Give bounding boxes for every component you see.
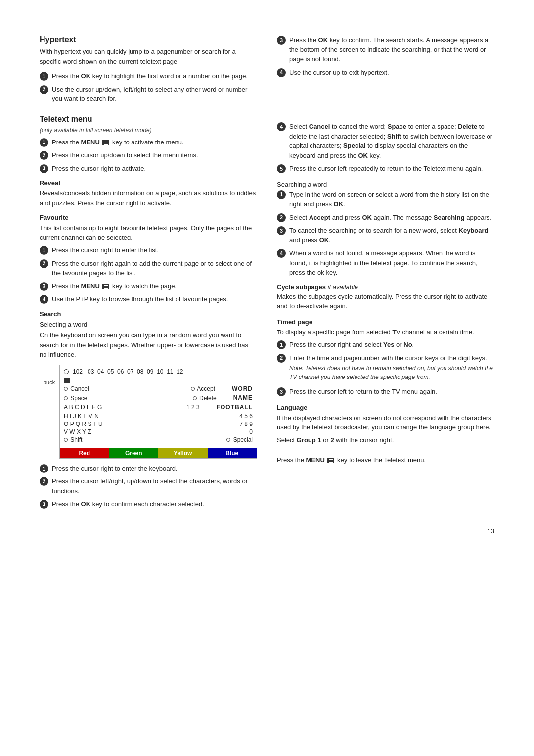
search-kb-step-1: 1 Press the cursor right to enter the ke…	[40, 464, 257, 473]
fav-step-1-text: Press the cursor right to enter the list…	[52, 245, 257, 255]
fav-step-4-text: Use the P+P key to browse through the li…	[52, 294, 257, 304]
fav-step-num-3: 3	[40, 282, 48, 291]
kb-letters-hijklmn: H I J K L M N	[64, 413, 99, 420]
kb-puck-icons	[64, 377, 253, 384]
favourite-title: Favourite	[40, 214, 257, 221]
searching-step-num-3: 3	[277, 226, 286, 235]
keyboard-diagram: puck — 102 03 04 05 06 07 08 09 10 11 12	[59, 365, 257, 459]
timed-step-3: 3 Press the cursor left to return to the…	[277, 387, 494, 397]
favourite-desc: This list contains up to eight favourite…	[40, 223, 257, 242]
timed-note: Note: Teletext does not have to remain s…	[289, 364, 494, 381]
kb-letters-vwxyz: V W X Y Z	[64, 428, 91, 435]
kb-row-letters-2: H I J K L M N 4 5 6	[64, 413, 253, 420]
search-kb-step-2-text: Press the cursor left/right, up/down to …	[52, 476, 257, 496]
search-step-5-text: Press the cursor left repeatedly to retu…	[289, 164, 494, 174]
language-title: Language	[277, 404, 494, 411]
main-content: Hypertext With hypertext you can quickly…	[40, 35, 494, 513]
kb-football: FOOTBALL	[217, 403, 253, 412]
cycle-subpages-title: Cycle subpages if available	[277, 284, 494, 291]
language-desc: If the displayed characters on screen do…	[277, 413, 494, 432]
kb-row-cancel-accept: Cancel Accept WORD	[64, 385, 253, 393]
tmenu-step-num-2: 2	[40, 151, 48, 160]
fav-step-4: 4 Use the P+P key to browse through the …	[40, 294, 257, 304]
tmenu-step-num-1: 1	[40, 138, 48, 147]
search-kb-step-3: 3 Press the OK key to confirm each chara…	[40, 499, 257, 509]
search-kb-step-num-2: 2	[40, 477, 48, 486]
step-number-2: 2	[40, 85, 48, 94]
searching-step-4-text: When a word is not found, a message appe…	[289, 248, 494, 278]
search-step-4-text: Select Cancel to cancel the word; Space …	[289, 122, 494, 160]
kb-row-letters-4: V W X Y Z 0	[64, 428, 253, 435]
search-step-num-4: 4	[277, 122, 286, 131]
search-step-5: 5 Press the cursor left repeatedly to re…	[277, 164, 494, 174]
teletext-menu-title: Teletext menu	[40, 115, 257, 124]
fav-step-3-text: Press the MENU key to watch the page.	[52, 282, 257, 291]
fav-step-1: 1 Press the cursor right to enter the li…	[40, 245, 257, 255]
kb-top-numbers: 102 03 04 05 06 07 08 09 10 11 12	[73, 368, 183, 375]
kb-letters-opqrstu: O P Q R S T U	[64, 421, 103, 427]
kb-name: NAME	[233, 394, 253, 402]
fav-step-2: 2 Press the cursor right again to add th…	[40, 259, 257, 278]
hypertext-step-4-text: Use the cursor up to exit hypertext.	[289, 68, 494, 78]
kb-num-0: 0	[249, 428, 253, 435]
top-divider	[40, 30, 494, 30]
puck-icon-row	[64, 377, 72, 384]
search-kb-step-2: 2 Press the cursor left/right, up/down t…	[40, 476, 257, 496]
page: Hypertext With hypertext you can quickly…	[0, 0, 534, 565]
searching-step-4: 4 When a word is not found, a message ap…	[277, 248, 494, 278]
reveal-title: Reveal	[40, 179, 257, 187]
search-step-num-5: 5	[277, 164, 286, 173]
kb-row-space-delete: Space Delete NAME	[64, 394, 253, 402]
kb-color-yellow: Yellow	[158, 448, 208, 458]
timed-step-num-1: 1	[277, 340, 286, 349]
kb-color-bar: Red Green Yellow Blue	[60, 448, 257, 458]
search-selecting-desc: On the keyboard on screen you can type i…	[40, 331, 257, 360]
kb-letters-abcdefg: A B C D E F G	[64, 404, 102, 411]
timed-step-2: 2 Enter the time and pagenumber with the…	[277, 353, 494, 384]
fav-step-num-2: 2	[40, 259, 48, 268]
kb-special: Special	[226, 436, 253, 443]
teletext-menu-subtitle: (only available in full screen teletext …	[40, 127, 257, 134]
kb-color-green: Green	[109, 448, 159, 458]
kb-word: WORD	[232, 385, 253, 393]
tmenu-step-1: 1 Press the MENU key to activate the men…	[40, 138, 257, 147]
cycle-subpages-desc: Makes the subpages cycle automatically. …	[277, 292, 494, 311]
tmenu-step-2-text: Press the cursor up/down to select the m…	[52, 150, 257, 160]
search-step-4: 4 Select Cancel to cancel the word; Spac…	[277, 122, 494, 160]
search-kb-step-3-text: Press the OK key to confirm each charact…	[52, 499, 257, 509]
cycle-qualifier: if available	[328, 284, 358, 291]
right-column: 3 Press the OK key to confirm. The searc…	[277, 35, 494, 513]
search-kb-step-num-3: 3	[40, 500, 48, 509]
step-number-1: 1	[40, 72, 48, 81]
fav-step-2-text: Press the cursor right again to add the …	[52, 259, 257, 278]
timed-step-2-text: Enter the time and pagenumber with the c…	[289, 353, 494, 384]
hypertext-step-1-text: Press the OK key to highlight the first …	[52, 71, 257, 81]
kb-space: Space	[64, 395, 87, 402]
searching-step-2-text: Select Accept and press OK again. The me…	[289, 213, 494, 223]
timed-step-num-2: 2	[277, 354, 286, 363]
language-menu: Press the MENU key to leave the Teletext…	[277, 455, 494, 465]
fav-step-num-1: 1	[40, 246, 48, 255]
language-select: Select Group 1 or 2 with the cursor righ…	[277, 435, 494, 445]
hypertext-title: Hypertext	[40, 35, 257, 44]
timed-step-1: 1 Press the cursor right and select Yes …	[277, 340, 494, 350]
kb-delete: Delete	[193, 395, 217, 402]
timed-step-1-text: Press the cursor right and select Yes or…	[289, 340, 494, 350]
timed-step-3-text: Press the cursor left to return to the T…	[289, 387, 494, 397]
kb-top-row: 102 03 04 05 06 07 08 09 10 11 12	[60, 367, 257, 376]
hypertext-intro: With hypertext you can quickly jump to a…	[40, 47, 257, 66]
kb-accept: Accept	[191, 385, 215, 392]
search-title: Search	[40, 310, 257, 318]
cycle-title-text: Cycle subpages	[277, 284, 328, 291]
kb-shift: Shift	[64, 436, 82, 443]
searching-step-num-4: 4	[277, 249, 286, 258]
searching-step-num-1: 1	[277, 190, 286, 199]
left-column: Hypertext With hypertext you can quickly…	[40, 35, 257, 513]
kb-cancel: Cancel	[64, 385, 89, 392]
searching-step-2: 2 Select Accept and press OK again. The …	[277, 213, 494, 223]
hypertext-step-2: 2 Use the cursor up/down, left/right to …	[40, 85, 257, 104]
searching-step-3: 3 To cancel the searching or to search f…	[277, 226, 494, 245]
timed-page-title: Timed page	[277, 318, 494, 326]
timed-page-desc: To display a specific page from selected…	[277, 328, 494, 337]
hypertext-step-num-3: 3	[277, 36, 286, 45]
